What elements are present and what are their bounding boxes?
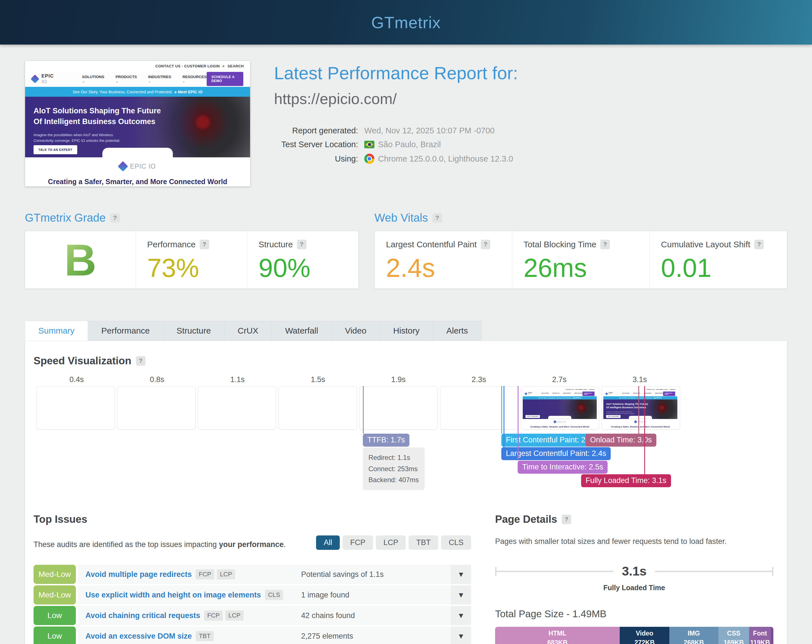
metric-value: 0.01	[661, 253, 775, 283]
site-menu-item: RESOURCES	[655, 392, 663, 395]
filter-tbt[interactable]: TBT	[409, 536, 438, 550]
filmstrip-frame	[279, 386, 357, 429]
top-issues-section: Top Issues These audits are identified a…	[34, 513, 471, 644]
epicio-logo-icon	[634, 420, 637, 424]
tab-alerts[interactable]: Alerts	[433, 321, 482, 340]
gtmetrix-grade-section: GTmetrix Grade ? B Performance?73% Struc…	[25, 212, 359, 289]
issue-impact: 1 image found	[301, 591, 444, 600]
structure-cell: Structure?90%	[247, 231, 358, 288]
tab-waterfall[interactable]: Waterfall	[272, 321, 331, 340]
speed-visualization: 0.4s0.8s1.1s1.5s1.9s2.3s2.7s3.1s CONTACT…	[34, 375, 778, 499]
meta-row: Report generated:Wed, Nov 12, 2025 10:07…	[274, 126, 518, 135]
meta-label: Test Server Location:	[274, 140, 358, 149]
summary-panel: Speed Visualization ? 0.4s0.8s1.1s1.5s1.…	[25, 340, 787, 644]
bar-segment-img: IMG268KB	[669, 627, 718, 644]
meta-row: Using:Chrome 125.0.0.0, Lighthouse 12.3.…	[274, 154, 518, 164]
site-topbar: CONTACT US · CUSTOMER LOGIN⌕SEARCH	[25, 61, 250, 71]
filter-cls[interactable]: CLS	[441, 536, 471, 550]
search-icon: ⌕	[223, 64, 225, 68]
total-page-size-title: Total Page Size - 1.49MB	[495, 608, 773, 620]
meta-value: Wed, Nov 12, 2025 10:07 PM -0700	[364, 126, 495, 135]
site-headline: AIoT Solutions Shaping The FutureOf Inte…	[34, 106, 161, 127]
help-icon[interactable]: ?	[600, 240, 610, 249]
help-icon[interactable]: ?	[297, 240, 307, 249]
severity-badge: Med-Low	[34, 585, 76, 604]
gtmetrix-logo[interactable]: GTmetrix	[371, 13, 441, 32]
issue-impact: 42 chains found	[301, 611, 444, 620]
schedule-demo-button: SCHEDULE A DEMO	[583, 392, 595, 396]
timeline-tick: 3.1s	[600, 375, 680, 384]
filter-lcp[interactable]: LCP	[376, 536, 406, 550]
meta-label: Report generated:	[274, 126, 358, 135]
tti-marker-line	[517, 386, 519, 461]
onload-marker-label: Onload Time: 3.0s	[586, 433, 656, 447]
chevron-down-icon[interactable]: ▼	[451, 627, 471, 644]
site-menu: SOLUTIONSPRODUCTSINDUSTRIESRESOURCES	[622, 392, 663, 395]
chevron-down-icon[interactable]: ▼	[451, 585, 471, 604]
report-meta: Report generated:Wed, Nov 12, 2025 10:07…	[274, 126, 518, 164]
site-subtext: Imagine the possibilities when AIoT and …	[34, 132, 121, 143]
site-center-logo: EPIC IO	[603, 419, 678, 425]
fully-marker-label: Fully Loaded Time: 3.1s	[581, 474, 671, 487]
issue-row[interactable]: LowAvoid an excessive DOM sizeTBT2,275 e…	[34, 627, 471, 644]
site-hero: AIoT Solutions Shaping The FutureOf Inte…	[25, 97, 250, 157]
fully-marker-line	[644, 386, 645, 474]
fully-loaded-gauge: 3.1s Fully Loaded Time	[495, 564, 773, 592]
help-icon[interactable]: ?	[432, 213, 442, 223]
tab-video[interactable]: Video	[331, 321, 380, 340]
tab-history[interactable]: History	[380, 321, 433, 340]
site-menu-item: SOLUTIONS	[622, 392, 630, 395]
filmstrip-frame	[117, 386, 195, 429]
site-hero: AIoT Solutions Shaping The FutureOf Inte…	[603, 400, 678, 419]
filter-fcp[interactable]: FCP	[343, 536, 373, 550]
help-icon[interactable]: ?	[110, 213, 120, 223]
grade-section-title: GTmetrix Grade	[25, 212, 106, 224]
filter-all[interactable]: All	[316, 536, 340, 550]
help-icon[interactable]: ?	[562, 514, 571, 524]
site-logo-notch	[102, 148, 173, 157]
issue-row-body: Avoid an excessive DOM sizeTBT2,275 elem…	[78, 627, 451, 644]
fully-loaded-label: Fully Loaded Time	[495, 584, 773, 592]
lcp-marker-line	[504, 386, 504, 447]
timeline-tick: 1.1s	[197, 375, 278, 384]
epicio-logo-icon	[31, 75, 39, 83]
chevron-down-icon[interactable]: ▼	[451, 606, 471, 625]
site-nav: EPIC IOSOLUTIONSPRODUCTSINDUSTRIESRESOUR…	[25, 71, 250, 87]
help-icon[interactable]: ?	[754, 240, 764, 249]
site-nav: EPIC IOSOLUTIONSPRODUCTSINDUSTRIESRESOUR…	[523, 391, 597, 397]
help-icon[interactable]: ?	[481, 240, 490, 249]
issue-row[interactable]: LowAvoid chaining critical requestsFCPLC…	[34, 606, 471, 625]
epicio-logo-icon	[118, 161, 128, 172]
issue-title-link[interactable]: Use explicit width and height on image e…	[85, 591, 261, 600]
site-menu-item: PRODUCTS	[553, 392, 559, 395]
issue-title-link[interactable]: Avoid an excessive DOM size	[85, 632, 192, 641]
chevron-down-icon[interactable]: ▼	[451, 565, 471, 584]
report-header: CONTACT US · CUSTOMER LOGIN⌕SEARCHEPIC I…	[25, 61, 787, 187]
meta-value: São Paulo, Brazil	[364, 140, 441, 149]
issue-row[interactable]: Med-LowUse explicit width and height on …	[34, 585, 471, 604]
report-url: https://epicio.com/	[274, 90, 518, 107]
talk-to-expert-button: TALK TO AN EXPERT	[34, 145, 77, 154]
site-topbar: CONTACT US · CUSTOMER LOGIN⌕SEARCH	[523, 388, 597, 391]
tab-performance[interactable]: Performance	[88, 321, 163, 340]
talk-to-expert-button: TALK TO AN EXPERT	[606, 415, 621, 418]
issue-tag: LCP	[217, 569, 235, 580]
help-icon[interactable]: ?	[200, 240, 209, 249]
metric-value: 26ms	[524, 253, 638, 283]
issue-row[interactable]: Med-LowAvoid multiple page redirectsFCPL…	[34, 565, 471, 584]
search-icon: ⌕	[588, 389, 588, 390]
timeline-tick: 1.9s	[358, 375, 438, 384]
help-icon[interactable]: ?	[136, 356, 145, 366]
tab-structure[interactable]: Structure	[163, 321, 224, 340]
issue-title-link[interactable]: Avoid multiple page redirects	[85, 570, 192, 579]
timeline-tick: 2.7s	[519, 375, 600, 384]
issue-title-link[interactable]: Avoid chaining critical requests	[85, 611, 200, 620]
site-menu-item: PRODUCTS	[116, 75, 137, 83]
site-subtext: Imagine the possibilities when AIoT and …	[606, 411, 635, 415]
bar-segment-css: CSS169KB	[718, 627, 749, 644]
web-vitals-section: Web Vitals ? Largest Contentful Paint?2.…	[374, 212, 787, 289]
tab-crux[interactable]: CrUX	[224, 321, 272, 340]
ttfb-breakdown-tooltip: Redirect: 1.1sConnect: 253msBackend: 407…	[363, 447, 424, 490]
tab-summary[interactable]: Summary	[25, 321, 88, 340]
epicio-logo-icon	[524, 392, 527, 395]
